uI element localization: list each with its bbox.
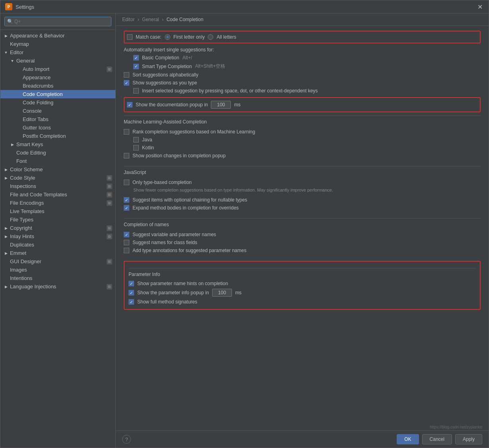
breadcrumb: Editor › General › Code Completion: [116, 14, 489, 26]
show-doc-popup-label: Show the documentation popup in: [136, 102, 208, 108]
show-hints-checkbox[interactable]: [129, 281, 134, 286]
show-suggestions-checkbox[interactable]: [124, 80, 129, 86]
sidebar-item-copyright[interactable]: ▶ Copyright ⊞: [0, 224, 115, 232]
sidebar-item-inspections[interactable]: Inspections ⊞: [0, 182, 115, 190]
sidebar-label: Auto Import: [23, 66, 49, 72]
sidebar-item-code-completion[interactable]: Code Completion: [0, 90, 115, 98]
cancel-button[interactable]: Cancel: [422, 434, 452, 444]
show-popup-checkbox[interactable]: [129, 290, 134, 295]
suggest-var-checkbox[interactable]: [124, 232, 129, 237]
sidebar-item-postfix-completion[interactable]: Postfix Completion: [0, 132, 115, 140]
sidebar-label: Appearance & Behavior: [10, 33, 64, 39]
sidebar-item-gutter-icons[interactable]: Gutter Icons: [0, 123, 115, 132]
sidebar-item-font[interactable]: Font: [0, 157, 115, 165]
ml-position-checkbox[interactable]: [124, 153, 129, 158]
sort-alpha-row: Sort suggestions alphabetically: [124, 71, 481, 79]
ml-rank-label: Rank completion suggestions based on Mac…: [132, 129, 255, 135]
show-suggestions-row: Show suggestions as you type: [124, 79, 481, 87]
show-full-sig-checkbox[interactable]: [129, 299, 134, 305]
first-letter-radio[interactable]: [165, 34, 170, 40]
badge-icon: ⊞: [107, 234, 112, 239]
sidebar-item-editor-tabs[interactable]: Editor Tabs: [0, 115, 115, 123]
show-popup-input[interactable]: [212, 289, 232, 297]
sidebar-item-emmet[interactable]: ▶ Emmet: [0, 249, 115, 257]
sidebar-item-duplicates[interactable]: Duplicates: [0, 241, 115, 249]
arrow-icon: ▼: [4, 51, 8, 55]
sidebar-item-code-editing[interactable]: Code Editing: [0, 149, 115, 157]
ml-java-checkbox[interactable]: [133, 137, 139, 143]
arrow-icon: ▶: [4, 235, 8, 239]
breadcrumb-current: Code Completion: [166, 17, 203, 22]
divider2: [124, 166, 481, 166]
match-case-checkbox[interactable]: [127, 34, 132, 40]
badge-icon: ⊞: [107, 175, 112, 181]
ml-kotlin-row: Kotlin: [124, 144, 481, 152]
sidebar-item-images[interactable]: Images: [0, 266, 115, 274]
arrow-icon: ▼: [10, 59, 15, 63]
ml-java-row: Java: [124, 136, 481, 144]
show-hints-row: Show parameter name hints on completion: [129, 280, 476, 288]
suggest-class-fields-checkbox[interactable]: [124, 240, 129, 245]
auto-insert-header-row: Automatically insert single suggestions …: [124, 46, 481, 54]
footer: ? OK Cancel Apply: [116, 430, 489, 448]
footer-watermark: https://blog.csdn.net/zyplanke: [116, 423, 489, 430]
main-content: Editor › General › Code Completion Match…: [116, 14, 489, 448]
arrow-icon: ▶: [4, 34, 8, 38]
sidebar-label: Editor: [10, 49, 23, 55]
sidebar-label: File Types: [10, 217, 33, 223]
help-button[interactable]: ?: [122, 435, 131, 444]
title-bar-left: P Settings: [5, 3, 34, 10]
sidebar-item-language-injections[interactable]: ▶ Language Injections ⊞: [0, 282, 115, 291]
show-popup-row: Show the parameter info popup in ms: [129, 288, 476, 298]
sidebar-item-smart-keys[interactable]: ▶ Smart Keys: [0, 140, 115, 149]
sidebar-item-appearance[interactable]: Appearance: [0, 73, 115, 82]
sidebar-item-file-encodings[interactable]: File Encodings ⊞: [0, 199, 115, 207]
js-expand-method-checkbox[interactable]: [124, 205, 129, 211]
sidebar-label: General: [16, 58, 35, 64]
insert-selected-row: Insert selected suggestion by pressing s…: [124, 87, 481, 95]
smart-type-row: Smart Type Completion Alt+Shift+空格: [124, 62, 481, 71]
add-type-annotations-checkbox[interactable]: [124, 248, 129, 253]
sidebar-label: Live Templates: [10, 208, 44, 214]
ml-rank-checkbox[interactable]: [124, 129, 129, 135]
sidebar-item-code-style[interactable]: ▶ Code Style ⊞: [0, 174, 115, 182]
apply-button[interactable]: Apply: [455, 434, 482, 444]
js-optional-chaining-label: Suggest items with optional chaining for…: [132, 197, 247, 203]
sidebar-item-editor[interactable]: ▼ Editor: [0, 48, 115, 57]
sidebar-item-file-types[interactable]: File Types: [0, 215, 115, 224]
insert-selected-checkbox[interactable]: [133, 88, 139, 94]
sort-alpha-checkbox[interactable]: [124, 72, 129, 78]
all-letters-radio[interactable]: [208, 34, 213, 40]
sidebar-item-breadcrumbs[interactable]: Breadcrumbs: [0, 82, 115, 90]
js-optional-chaining-checkbox[interactable]: [124, 197, 129, 203]
show-hints-label: Show parameter name hints on completion: [137, 281, 228, 286]
app-icon: P: [5, 3, 12, 10]
sidebar-label: Breadcrumbs: [23, 83, 53, 89]
sidebar-item-keymap[interactable]: Keymap: [0, 40, 115, 48]
basic-completion-checkbox[interactable]: [133, 55, 139, 61]
close-button[interactable]: ✕: [476, 3, 484, 11]
sidebar-item-live-templates[interactable]: Live Templates: [0, 207, 115, 215]
sidebar-item-intentions[interactable]: Intentions: [0, 274, 115, 282]
sidebar-item-code-folding[interactable]: Code Folding: [0, 98, 115, 107]
sidebar-item-gui-designer[interactable]: GUI Designer ⊞: [0, 257, 115, 266]
sidebar-item-auto-import[interactable]: Auto Import ⊞: [0, 65, 115, 73]
sidebar-item-color-scheme[interactable]: ▶ Color Scheme: [0, 165, 115, 174]
show-doc-popup-input[interactable]: [211, 101, 231, 109]
sidebar-item-file-code-templates[interactable]: File and Code Templates ⊞: [0, 190, 115, 199]
arrow-icon: ▶: [4, 285, 8, 289]
js-type-based-checkbox[interactable]: [124, 180, 129, 185]
search-input[interactable]: [4, 17, 111, 26]
sidebar-item-general[interactable]: ▼ General: [0, 57, 115, 65]
breadcrumb-sep1: ›: [138, 17, 140, 22]
show-doc-popup-checkbox[interactable]: [127, 102, 132, 108]
sidebar-item-appearance-behavior[interactable]: ▶ Appearance & Behavior: [0, 31, 115, 40]
sort-alpha-label: Sort suggestions alphabetically: [132, 72, 198, 78]
sidebar-label: Inlay Hints: [10, 233, 34, 239]
sidebar-item-console[interactable]: Console: [0, 107, 115, 115]
sidebar-item-inlay-hints[interactable]: ▶ Inlay Hints ⊞: [0, 232, 115, 241]
ml-kotlin-checkbox[interactable]: [133, 145, 139, 151]
ok-button[interactable]: OK: [397, 434, 419, 444]
smart-type-checkbox[interactable]: [133, 64, 139, 69]
ml-kotlin-label: Kotlin: [142, 145, 154, 151]
